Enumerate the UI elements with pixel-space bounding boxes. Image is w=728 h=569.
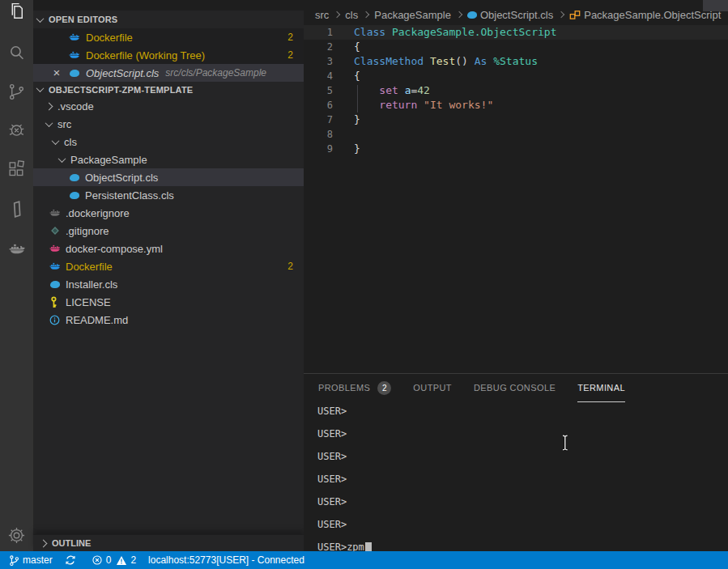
tree-folder-packagesample[interactable]: PackageSample	[33, 151, 304, 168]
breadcrumb-item[interactable]: src	[315, 9, 329, 21]
tree-file--dockerignore[interactable]: .dockerignore	[33, 204, 304, 222]
error-count: 0	[106, 554, 112, 566]
line-number: 1	[304, 25, 340, 40]
tree-folder--vscode[interactable]: .vscode	[33, 97, 304, 115]
branch-name: master	[23, 554, 53, 566]
breadcrumb-label: src	[315, 9, 329, 21]
line-number: 2	[304, 40, 340, 54]
code-line-text: {	[340, 40, 360, 54]
code-line: 4{	[304, 69, 728, 83]
terminal-prompt-line: USER>	[317, 451, 728, 473]
panel-tab-label: DEBUG CONSOLE	[474, 383, 556, 393]
breadcrumb-item[interactable]: cls	[345, 9, 358, 21]
activity-bar-item-search[interactable]	[0, 36, 33, 70]
workspace-header[interactable]: OBJECTSCRIPT-ZPM-TEMPLATE	[33, 82, 304, 97]
tree-file-readme-md[interactable]: README.md	[33, 311, 304, 329]
activity-bar-item-explorer[interactable]	[0, 0, 33, 28]
editor-code[interactable]: 1Class PackageSample.ObjectScript2{3Clas…	[304, 25, 728, 156]
tree-folder-src[interactable]: src	[33, 115, 304, 133]
cls-file-icon	[67, 70, 82, 77]
terminal-command-text: zpm	[347, 541, 364, 551]
vscode-window: OPEN EDITORS Dockerfile2Dockerfile (Work…	[0, 0, 728, 569]
activity-bar-item-intersystems-objectscript[interactable]	[0, 192, 33, 226]
error-icon	[92, 554, 103, 566]
settings-gear-icon	[6, 525, 27, 546]
server-connection-status[interactable]: localhost:52773[USER] - Connected	[148, 551, 304, 569]
terminal-prompt-line: USER>	[317, 406, 728, 428]
open-editor-item[interactable]: Dockerfile (Working Tree)2	[33, 46, 304, 64]
line-number: 7	[304, 113, 340, 127]
code-line-text: Class PackageSample.ObjectScript	[340, 25, 556, 40]
chevron-right-icon	[45, 102, 53, 110]
close-icon[interactable]: ×	[49, 69, 64, 77]
tree-file-installer-cls[interactable]: Installer.cls	[33, 275, 304, 293]
tree-item-label: docker-compose.yml	[66, 243, 163, 255]
sync-icon	[65, 554, 76, 566]
cls-file-icon	[67, 174, 81, 181]
breadcrumb-label: ObjectScript.cls	[480, 9, 553, 21]
panel-tab-debug-console[interactable]: DEBUG CONSOLE	[474, 374, 556, 402]
code-line-text: return "It works!"	[340, 98, 493, 113]
sync-button[interactable]	[65, 551, 79, 569]
code-line: 7}	[304, 113, 728, 127]
explorer-sidebar: OPEN EDITORS Dockerfile2Dockerfile (Work…	[33, 0, 304, 551]
chevron-down-icon	[52, 137, 60, 145]
breadcrumb-item[interactable]: PackageSample	[374, 9, 451, 21]
terminal-prompt-line: USER>	[317, 428, 728, 451]
tree-file-persistentclass-cls[interactable]: PersistentClass.cls	[33, 186, 304, 204]
line-number: 6	[304, 98, 340, 113]
editor-pane: srcclsPackageSampleObjectScript.clsPacka…	[304, 0, 728, 373]
panel-tab-problems[interactable]: PROBLEMS2	[318, 374, 391, 402]
editor-action-slot: ×	[49, 69, 67, 77]
tree-file-docker-compose-yml[interactable]: docker-compose.yml	[33, 240, 304, 257]
activity-bar-item-source-control[interactable]	[0, 74, 33, 108]
breadcrumb-separator-icon	[334, 11, 340, 18]
key-icon	[48, 296, 62, 308]
panel-tab-label: PROBLEMS	[318, 383, 370, 393]
activity-bar-item-manage[interactable]	[0, 518, 33, 552]
warning-count: 2	[130, 554, 136, 566]
terminal-input-line: USER>zpm	[317, 541, 728, 551]
minimap-slider[interactable]	[703, 0, 728, 11]
breadcrumb-item[interactable]: ObjectScript.cls	[467, 9, 553, 21]
tree-file-dockerfile[interactable]: Dockerfile2	[33, 257, 304, 275]
indent-guide	[357, 85, 358, 113]
tree-item-label: src	[57, 118, 71, 130]
tree-file--gitignore[interactable]: .gitignore	[33, 222, 304, 240]
open-editors-header[interactable]: OPEN EDITORS	[33, 11, 304, 28]
panel-tab-terminal[interactable]: TERMINAL	[577, 374, 625, 402]
activity-bar-item-extensions[interactable]	[0, 151, 33, 185]
tree-folder-cls[interactable]: cls	[33, 133, 304, 151]
tree-file-objectscript-cls[interactable]: ObjectScript.cls	[33, 168, 304, 186]
source-control-icon	[6, 82, 27, 102]
open-editor-description: src/cls/PackageSample	[165, 67, 266, 79]
breadcrumb-item[interactable]: PackageSample.ObjectScript	[569, 9, 721, 21]
tree-item-label: cls	[64, 136, 77, 148]
open-editor-item[interactable]: Dockerfile2	[33, 28, 304, 46]
terminal-content[interactable]: USER>USER>USER>USER>USER>USER>USER>zpm	[304, 402, 728, 551]
terminal-prompt-line: USER>	[317, 496, 728, 519]
symbol-class-icon	[569, 10, 581, 20]
panel-tab-output[interactable]: OUTPUT	[413, 374, 452, 402]
problems-status[interactable]: 0 2	[92, 551, 136, 569]
code-line: 8	[304, 127, 728, 142]
tree-item-label: Installer.cls	[66, 278, 117, 291]
breadcrumb-separator-icon	[363, 11, 369, 18]
activity-bar-item-docker[interactable]	[0, 231, 33, 265]
git-branch-status[interactable]: master	[8, 551, 53, 569]
bottom-panel: PROBLEMS2OUTPUTDEBUG CONSOLETERMINAL USE…	[304, 373, 728, 551]
terminal-prompt: USER>	[317, 541, 347, 551]
code-line: 2{	[304, 40, 728, 54]
warning-count-badge: 2	[287, 49, 304, 61]
warning-count-badge: 2	[287, 261, 304, 272]
open-editor-item[interactable]: ×ObjectScript.clssrc/cls/PackageSample	[33, 64, 304, 82]
tree-item-label: .vscode	[57, 100, 94, 113]
activity-bar-item-run-and-debug[interactable]	[0, 113, 33, 146]
tree-item-label: LICENSE	[66, 296, 111, 308]
diamond-icon	[48, 226, 62, 236]
code-line-text: {	[340, 69, 360, 83]
explorer-icon	[6, 1, 27, 21]
outline-header[interactable]: OUTLINE	[33, 534, 304, 551]
tree-file-license[interactable]: LICENSE	[33, 293, 304, 311]
chevron-down-icon	[58, 155, 66, 163]
